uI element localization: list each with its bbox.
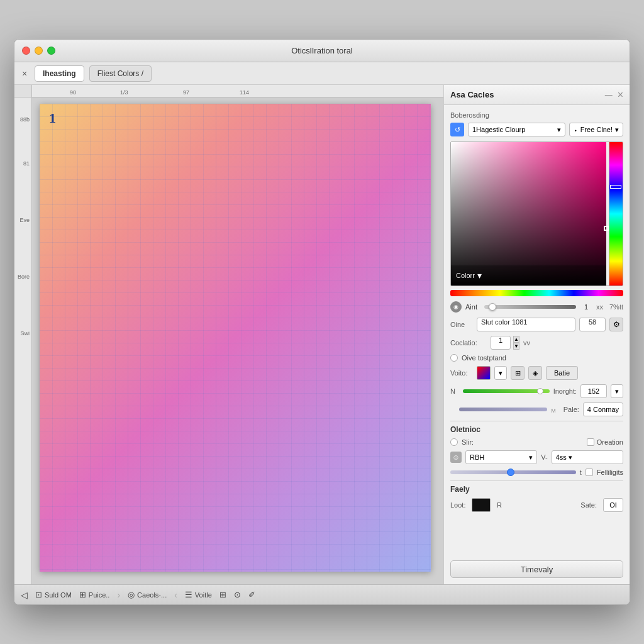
voito-icon1[interactable]: ⊞ — [511, 366, 525, 380]
picker-icon[interactable]: ↺ — [450, 123, 464, 136]
color-picker-handle[interactable] — [604, 226, 609, 231]
t-slider[interactable] — [450, 470, 576, 474]
t-slider-thumb[interactable] — [507, 469, 514, 476]
gear-button[interactable]: ⚙ — [609, 318, 623, 331]
oration-label: Oreation — [597, 438, 623, 446]
color-gradient-picker[interactable]: Colorr ▾ — [450, 142, 623, 286]
n-slider[interactable] — [463, 389, 550, 393]
stepper-up[interactable]: ▲ — [513, 336, 519, 343]
slir-radio[interactable] — [450, 438, 458, 446]
gradient-main — [451, 142, 606, 286]
inorght-dropdown[interactable]: ▾ — [611, 384, 623, 398]
coclatio-input[interactable]: 1 — [491, 336, 511, 350]
give-radio[interactable] — [450, 354, 458, 362]
back-icon: ◁ — [21, 590, 28, 600]
right-panel: Asa Cacles — × Boberosding ↺ 1Hagestic C… — [443, 85, 630, 584]
oration-checkbox[interactable] — [587, 438, 594, 446]
oine-num[interactable]: 58 — [579, 318, 606, 331]
main-area: 90 1/3 97 114 88b 81 Eve Bore Swi 1 — [14, 85, 630, 584]
tab-iheasting[interactable]: Iheasting — [35, 65, 84, 82]
coclatio-label: Coclatio: — [450, 339, 487, 347]
give-row: Oive tostptand — [450, 354, 623, 362]
alpha-percent: 7%tt — [609, 303, 623, 311]
rbh-icon: ◎ — [450, 452, 462, 463]
pale-label: Pale: — [564, 406, 579, 413]
color-label-bar: Colorr ▾ — [451, 265, 606, 286]
status-sep-1: › — [117, 590, 120, 600]
oine-input[interactable]: Slut color 1081 — [477, 318, 575, 331]
caeols-icon: ◎ — [128, 590, 135, 599]
hue-bar[interactable] — [609, 142, 623, 286]
ruler-top: 90 1/3 97 114 — [32, 85, 443, 97]
inorght-value[interactable]: 152 — [580, 384, 607, 398]
toolbar-close[interactable]: × — [19, 69, 30, 79]
picker-header: ↺ 1Hagestic Clourp ▾ ⬩ Free Clne! ▾ — [450, 123, 623, 136]
toolbar: × Iheasting Fliest Colors / — [14, 62, 630, 85]
pale-slider[interactable] — [459, 408, 547, 411]
stepper-down[interactable]: ▼ — [513, 343, 519, 350]
title-bar: OticslIration toral — [14, 40, 630, 62]
loot-color-swatch[interactable] — [472, 498, 491, 512]
loot-label: Loot: — [450, 501, 468, 509]
coclatio-unit: vv — [523, 339, 530, 347]
voito-dropdown[interactable]: ▾ — [494, 366, 507, 380]
voitle-icon: ☰ — [185, 590, 192, 599]
tab-fliest[interactable]: Fliest Colors / — [89, 65, 152, 82]
v-label: V- — [541, 453, 547, 461]
status-item-puice[interactable]: ⊞ Puice.. — [79, 590, 110, 599]
window-title: OticslIration toral — [291, 46, 353, 55]
pen-icon: ✐ — [248, 590, 255, 599]
status-item-voitle[interactable]: ☰ Voitle — [185, 590, 212, 599]
val-dropdown[interactable]: 4ss ▾ — [552, 450, 623, 464]
status-item-suld[interactable]: ⊡ Suld OM — [35, 590, 72, 599]
timevaly-button[interactable]: Timevaly — [450, 560, 623, 578]
document-canvas[interactable]: 1 — [40, 104, 431, 572]
sate-value[interactable]: OI — [603, 498, 623, 512]
status-item-caeols[interactable]: ◎ Caeols-... — [128, 590, 167, 599]
status-item-pen[interactable]: ✐ — [248, 590, 255, 599]
coclatio-row: Coclatio: 1 ▲ ▼ vv — [450, 336, 623, 350]
slir-row: Slir: Oreation — [450, 438, 623, 446]
minimize-button[interactable] — [35, 47, 43, 55]
close-button[interactable] — [22, 47, 30, 55]
grid-icon: ⊞ — [219, 590, 226, 599]
pale-row: M Pale: 4 Conmay — [450, 402, 623, 416]
felliligits-checkbox[interactable] — [586, 469, 593, 476]
faely-header: Faely — [450, 485, 623, 494]
inorght-label: Inorght: — [553, 387, 577, 395]
panel-title-bar: Asa Cacles — × — [444, 85, 630, 105]
section-boberosding: Boberosding — [450, 111, 623, 119]
batie-button[interactable]: Batie — [546, 366, 578, 380]
rbh-dropdown[interactable]: RBH ▾ — [465, 450, 537, 464]
alpha-thumb[interactable] — [489, 303, 496, 311]
rbh-row: ◎ RBH ▾ V- 4ss ▾ — [450, 450, 623, 464]
status-item-camera[interactable]: ⊙ — [234, 590, 241, 599]
sate-label: Sate: — [580, 501, 597, 509]
panel-close[interactable]: × — [618, 89, 623, 101]
spectrum-bar[interactable] — [450, 290, 623, 296]
voito-icon2[interactable]: ◈ — [528, 366, 542, 380]
t-label: t — [580, 469, 582, 476]
dropdown-hagestic[interactable]: 1Hagestic Clourp ▾ — [468, 123, 565, 136]
canvas-grid — [40, 104, 431, 572]
status-item-back[interactable]: ◁ — [21, 590, 28, 600]
canvas-content: 1 — [40, 104, 431, 572]
voito-color-swatch[interactable] — [477, 366, 491, 380]
status-item-grid[interactable]: ⊞ — [219, 590, 226, 599]
panel-minimize[interactable]: — — [605, 91, 613, 99]
hue-indicator — [610, 185, 621, 189]
app-window: OticslIration toral × Iheasting Fliest C… — [14, 39, 630, 605]
oine-label: Oine — [450, 321, 473, 328]
alpha-slider[interactable] — [484, 305, 576, 309]
felliligits-label: Felliligits — [597, 469, 623, 476]
n-slider-thumb[interactable] — [537, 388, 543, 394]
pale-value-dropdown[interactable]: 4 Conmay — [583, 402, 623, 416]
alpha-label: Aint — [465, 303, 480, 311]
alpha-row: ◉ Aint 1 xx 7%tt — [450, 301, 623, 313]
maximize-button[interactable] — [47, 47, 55, 55]
ruler-corner — [14, 85, 32, 97]
canvas-area[interactable]: 90 1/3 97 114 88b 81 Eve Bore Swi 1 — [14, 85, 443, 584]
alpha-unit: xx — [596, 303, 603, 311]
dropdown-free-clne[interactable]: ⬩ Free Clne! ▾ — [569, 123, 623, 136]
n-label: N — [450, 387, 459, 395]
